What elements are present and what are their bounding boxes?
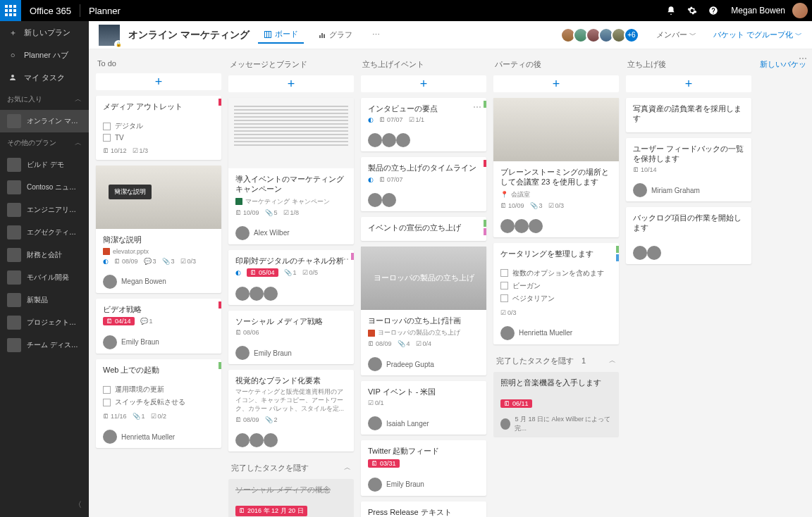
task-card[interactable]: Twitter 起動フィード 🗓 03/31 Emily Braun <box>361 440 486 495</box>
task-card[interactable]: ビデオ戦略 🗓 04/14 💬 1 Emily Braun <box>96 299 221 354</box>
sidebar-plan[interactable]: チーム ディスカッション <box>0 334 89 356</box>
assignee-row[interactable] <box>228 282 354 305</box>
assignee-row[interactable]: Emily Braun <box>96 331 221 354</box>
completed-toggle[interactable]: 完了したタスクを隠す︿ <box>228 457 354 479</box>
assignee-row[interactable] <box>626 242 751 264</box>
bucket-title[interactable]: メッセージとブランド <box>228 56 354 75</box>
assignee-row[interactable]: Alex Wilber <box>228 222 354 244</box>
task-card[interactable]: Press Release テキスト 📎 3 <box>361 502 486 517</box>
task-card[interactable]: VIP イベント - 米国 ☑ 0/1 Isaiah Langer <box>361 381 486 435</box>
bucket-title[interactable]: 立ち上げ後 <box>626 56 751 75</box>
group-by-dropdown[interactable]: バケット でグループ化 ﹀ <box>713 30 802 40</box>
task-card[interactable]: ソーシャル メディア戦略 🗓 08/06 Emily Braun <box>228 311 354 364</box>
bucket-title[interactable]: To do <box>96 56 221 73</box>
checklist-item[interactable]: 運用環境の更新 <box>103 383 214 396</box>
new-plan-button[interactable]: ＋ 新しいプラン <box>0 21 89 44</box>
assignee-row[interactable]: Megan Bowen <box>96 270 221 293</box>
sidebar-plan[interactable]: エンジニアリング <box>0 199 89 221</box>
card-title: 写真資産の請負業者を採用します <box>633 104 744 124</box>
add-task-button[interactable]: + <box>96 73 221 90</box>
plan-thumbnail[interactable]: 🔒 <box>99 25 120 46</box>
app-name[interactable]: Planner <box>80 6 129 16</box>
tab-chart[interactable]: グラフ <box>312 27 358 43</box>
my-tasks-link[interactable]: マイ タスク <box>0 66 89 89</box>
task-card[interactable]: 写真資産の請負業者を採用します <box>626 98 751 132</box>
task-card[interactable]: 導入イベントのマーケティング キャンペーン マーケティング キャンペーン 🗓 1… <box>228 98 354 244</box>
favorites-section-header[interactable]: お気に入り︿ <box>0 89 89 110</box>
add-task-button[interactable]: + <box>493 75 619 92</box>
sidebar-plan[interactable]: モバイル開発 <box>0 266 89 289</box>
checklist-item[interactable]: スイッチを反転させる <box>103 396 214 409</box>
assignee-row[interactable] <box>361 189 486 211</box>
card-more-icon[interactable]: ⋯ <box>799 54 808 63</box>
sidebar-plan[interactable]: 財務と会計 <box>0 244 89 266</box>
plan-title[interactable]: オンライン マーケティング <box>128 29 250 42</box>
task-card[interactable]: ユーザー フィードバックの一覧を保持します 🗓 10/14 Miriam Gra… <box>626 138 751 202</box>
sidebar-plan[interactable]: ビルド デモ <box>0 154 89 176</box>
assignee-row[interactable]: Henrietta Mueller <box>96 425 221 448</box>
task-card[interactable]: ケータリングを整理します 複数のオプションを含めます ビーガン ベジタリアン ☑… <box>493 243 619 344</box>
task-card[interactable]: 製品の立ち上げのタイムライン ◐ 🗓 07/07 <box>361 157 486 211</box>
task-card[interactable]: 簡潔な説明 簡潔な説明 elevator.pptx ◐ 🗓 08/09 💬 3 … <box>96 166 221 292</box>
bucket-title[interactable]: パーティの後 <box>493 56 619 75</box>
card-more-icon[interactable]: ⋯ <box>473 102 482 112</box>
more-tabs[interactable]: ⋯ <box>367 27 386 42</box>
tab-board[interactable]: ボード <box>258 26 304 44</box>
waffle-icon <box>5 5 16 16</box>
assignee-row[interactable]: Pradeep Gupta <box>361 353 486 375</box>
task-card[interactable]: イベントの宣伝の立ち上げ <box>361 217 486 241</box>
app-launcher[interactable] <box>0 0 21 21</box>
checklist-item[interactable]: デジタル <box>103 120 214 132</box>
onenote-icon <box>235 198 242 205</box>
assignee-row[interactable]: Isaiah Langer <box>361 412 486 435</box>
checklist-item[interactable]: ベジタリアン <box>500 292 612 305</box>
user-name[interactable]: Megan Bowen <box>724 6 792 15</box>
assignee-row[interactable] <box>493 215 619 237</box>
notifications-icon[interactable] <box>660 0 682 21</box>
assignee-row[interactable] <box>228 429 354 451</box>
assignee-row[interactable] <box>361 129 486 151</box>
members-dropdown[interactable]: メンバー ﹀ <box>656 30 696 40</box>
sidebar-plan[interactable]: Contoso ニュース <box>0 176 89 199</box>
sidebar-plan[interactable]: エグゼクティブ コーナー <box>0 221 89 244</box>
bucket-message-brand: メッセージとブランド + 導入イベントのマーケティング キャンペーン マーケティ… <box>228 56 354 510</box>
task-card[interactable]: インタビューの要点 ⋯ ◐ 🗓 07/07 ☑ 1/1 <box>361 98 486 151</box>
svg-rect-1 <box>264 31 271 37</box>
more-members-badge[interactable]: +6 <box>624 27 639 43</box>
task-card[interactable]: 視覚的なブランド化要素 マーケティングと販売促進資料用のアイコン、キャッチコピー… <box>228 370 354 451</box>
user-avatar[interactable] <box>792 3 808 18</box>
task-card[interactable]: ⋯ 印刷対デジタルのチャネル分析 ◐ 🗓 05/04 📎 1 ☑ 0/5 <box>228 250 354 305</box>
sidebar-plan[interactable]: 新製品 <box>0 289 89 311</box>
task-card[interactable]: バックログ項目の作業を開始します <box>626 207 751 264</box>
assignee-row[interactable]: Henrietta Mueller <box>493 322 619 344</box>
collapse-sidebar-button[interactable]: 〈 <box>74 499 82 510</box>
settings-icon[interactable] <box>682 0 703 21</box>
suite-brand[interactable]: Office 365 <box>21 6 80 16</box>
member-avatars[interactable]: +6 <box>563 27 639 43</box>
completed-card[interactable]: 照明と音楽機器を入手します ⋯ 🗓 06/11 5 月 18 日に Alex W… <box>493 372 619 437</box>
assignee-row[interactable]: Emily Braun <box>361 473 486 496</box>
task-card[interactable]: ヨーロッパの製品の立ち上げ ヨーロッパの立ち上げ計画 ヨーロッパの製品の立ち上げ… <box>361 247 486 375</box>
sidebar-plan-favorite[interactable]: オンライン マーケティ... <box>0 110 89 132</box>
add-task-button[interactable]: + <box>361 75 486 92</box>
completed-toggle[interactable]: 完了したタスクを隠す 1︿ <box>493 350 619 372</box>
add-task-button[interactable]: + <box>626 75 751 92</box>
board-container[interactable]: To do + メディア アウトレット デジタル TV 🗓 10/12 ☑ 1/… <box>89 49 812 517</box>
task-card[interactable]: メディア アウトレット デジタル TV 🗓 10/12 ☑ 1/3 <box>96 96 221 160</box>
help-icon[interactable] <box>703 0 724 21</box>
sidebar-plan[interactable]: プロジェクト管理 <box>0 311 89 334</box>
checklist-item[interactable]: 複数のオプションを含めます <box>500 267 612 280</box>
task-card[interactable]: ブレーンストーミングの場所として会議室 23 を使用します 📍 会議室 🗓 10… <box>493 98 619 237</box>
bucket-title[interactable]: 立ち上げイベント <box>361 56 486 75</box>
card-title: バックログ項目の作業を開始します <box>633 213 744 233</box>
other-plans-section-header[interactable]: その他のプラン︿ <box>0 132 89 154</box>
checklist-item[interactable]: TV <box>103 132 214 143</box>
planner-hub-link[interactable]: ○ Planner ハブ <box>0 44 89 66</box>
task-card[interactable]: Web 上での起動 運用環境の更新 スイッチを反転させる 🗓 11/16 📎 1… <box>96 359 221 448</box>
assignee-row[interactable]: Miriam Graham <box>626 179 751 201</box>
assignee-row[interactable]: Emily Braun <box>228 342 354 364</box>
completed-card[interactable]: ソーシャル メディアの概念 ⋯ 🗓 2016 年 12 月 20 日 12 日 … <box>228 479 354 517</box>
checklist-item[interactable]: ビーガン <box>500 280 612 292</box>
card-title: ケータリングを整理します <box>500 249 612 258</box>
add-task-button[interactable]: + <box>228 75 354 92</box>
